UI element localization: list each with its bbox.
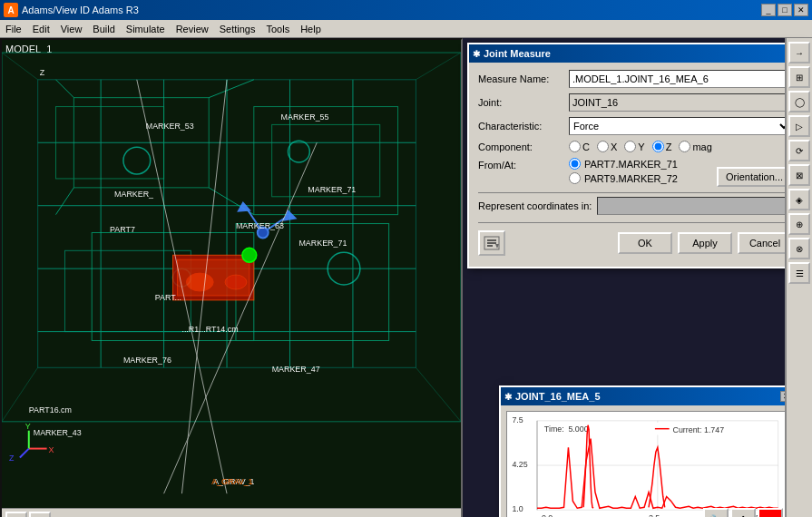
fromat-option-1[interactable]: PART7.MARKER_71 — [569, 158, 717, 170]
right-icon-toolbar: → ⊞ ◯ ▷ ⟳ ⊠ ◈ ⊕ ⊗ ☰ — [785, 38, 812, 517]
svg-text:Z: Z — [9, 454, 15, 463]
menu-help[interactable]: Help — [295, 22, 327, 36]
joint-input[interactable] — [569, 93, 792, 112]
apply-button[interactable]: Apply — [678, 232, 732, 254]
svg-text:Current: 1.747: Current: 1.747 — [673, 425, 725, 434]
characteristic-label: Characteristic: — [478, 121, 569, 132]
menu-view[interactable]: View — [55, 22, 88, 36]
svg-text:MARKER_71: MARKER_71 — [298, 239, 347, 248]
graph-icon: ✱ — [504, 392, 512, 402]
right-panel: ✱ Joint Measure ✕ Measure Name: Joint: — [463, 38, 812, 517]
menu-simulate[interactable]: Simulate — [121, 22, 171, 36]
stop-icon[interactable]: ⏹ — [758, 508, 783, 517]
edit-icon — [483, 235, 501, 251]
component-c[interactable]: C — [569, 141, 590, 152]
joint-measure-content: Measure Name: Joint: Characteristic: For… — [469, 63, 801, 267]
vp-tool-1[interactable]: ▶ — [5, 512, 27, 518]
app-icon: A — [4, 3, 18, 17]
graph-svg: 7.5 4.25 1.0 0.0 2.5 5.0 Time: — [507, 412, 790, 517]
info-icon[interactable]: ℹ — [730, 508, 756, 517]
svg-text:2.5: 2.5 — [649, 513, 660, 517]
fromat-label: From/At: — [478, 158, 569, 171]
green-marker — [242, 248, 257, 262]
graph-title: JOINT_16_MEA_5 — [515, 391, 601, 402]
characteristic-row: Characteristic: Force Torque Velocity Ac… — [478, 117, 792, 135]
measure-name-input[interactable] — [569, 70, 792, 88]
fromat-section: From/At: PART7.MARKER_71 PART9.MARKER_72… — [478, 158, 792, 187]
represent-coordinates-input[interactable] — [597, 197, 792, 215]
right-tool-7[interactable]: ◈ — [788, 189, 810, 210]
svg-text:MARKER_55: MARKER_55 — [281, 112, 329, 122]
svg-text:PART...: PART... — [155, 293, 181, 302]
cancel-button[interactable]: Cancel — [738, 232, 792, 254]
viewport[interactable]: MODEL_1 — [0, 38, 463, 517]
right-tool-9[interactable]: ⊗ — [788, 238, 810, 259]
characteristic-select[interactable]: Force Torque Velocity Acceleration Displ… — [569, 117, 792, 135]
svg-text:Time:: Time: — [544, 424, 564, 434]
svg-text:MARKER_71: MARKER_71 — [308, 185, 356, 194]
right-tool-3[interactable]: ◯ — [788, 91, 810, 112]
menu-review[interactable]: Review — [171, 22, 214, 36]
menu-build[interactable]: Build — [87, 22, 120, 36]
ok-button[interactable]: OK — [618, 232, 672, 254]
dialog-edit-icon-button[interactable] — [478, 230, 505, 256]
svg-text:...R1...RT14.cm: ...R1...RT14.cm — [181, 325, 238, 334]
joint-row: Joint: — [478, 93, 792, 112]
menu-file[interactable]: File — [0, 22, 27, 36]
close-button[interactable]: ✕ — [794, 4, 808, 16]
right-tool-1[interactable]: → — [788, 42, 810, 63]
joint-label: Joint: — [478, 97, 569, 108]
dialog-separator-1 — [478, 192, 792, 193]
graph-area: 7.5 4.25 1.0 0.0 2.5 5.0 Time: — [506, 411, 791, 517]
menu-tools[interactable]: Tools — [260, 22, 295, 36]
right-tool-5[interactable]: ⟳ — [788, 140, 810, 161]
svg-text:MARKER_43: MARKER_43 — [34, 428, 82, 437]
tools-icon[interactable]: 🔧 — [703, 508, 729, 517]
svg-text:1.0: 1.0 — [512, 504, 523, 513]
component-mag[interactable]: mag — [679, 141, 711, 152]
menu-bar: File Edit View Build Simulate Review Set… — [0, 20, 812, 38]
measure-name-row: Measure Name: — [478, 70, 792, 88]
joint-measure-dialog: ✱ Joint Measure ✕ Measure Name: Joint: — [467, 43, 803, 268]
right-tool-8[interactable]: ⊕ — [788, 213, 810, 235]
component-x[interactable]: X — [597, 141, 617, 152]
window-title: Adams/View ID Adams R3 — [22, 5, 139, 15]
maximize-button[interactable]: □ — [778, 4, 792, 16]
svg-text:7.5: 7.5 — [512, 415, 523, 424]
graph-dialog: ✱ JOINT_16_MEA_5 ✕ 7.5 4.25 1.0 0.0 2.5 … — [499, 385, 798, 517]
joint-measure-title: Joint Measure — [484, 48, 551, 59]
menu-settings[interactable]: Settings — [214, 22, 261, 36]
dialog-separator-2 — [478, 222, 792, 223]
fromat-option-2[interactable]: PART9.MARKER_72 — [569, 172, 717, 184]
right-tool-2[interactable]: ⊞ — [788, 66, 810, 88]
joint-measure-title-bar[interactable]: ✱ Joint Measure ✕ — [469, 44, 801, 63]
svg-text:PART16.cm: PART16.cm — [29, 405, 72, 415]
svg-text:4.25: 4.25 — [512, 460, 527, 469]
minimize-button[interactable]: _ — [761, 4, 776, 16]
main-area: MODEL_1 — [0, 38, 812, 517]
component-y[interactable]: Y — [624, 141, 644, 152]
component-z[interactable]: Z — [652, 141, 672, 152]
right-tool-4[interactable]: ▷ — [788, 115, 810, 137]
window-controls[interactable]: _ □ ✕ — [761, 4, 808, 16]
component-row: Component: C X Y — [478, 141, 792, 152]
svg-point-37 — [225, 275, 247, 289]
svg-text:Y: Y — [25, 422, 31, 431]
characteristic-dropdown-container: Force Torque Velocity Acceleration Displ… — [569, 117, 792, 135]
svg-text:X: X — [49, 445, 54, 454]
component-radio-group: C X Y Z — [569, 141, 712, 152]
title-bar: A Adams/View ID Adams R3 _ □ ✕ — [0, 0, 812, 20]
measure-name-label: Measure Name: — [478, 73, 569, 84]
dialog-title-icon: ✱ — [473, 49, 480, 59]
menu-edit[interactable]: Edit — [27, 22, 55, 36]
svg-marker-72 — [495, 244, 499, 249]
vp-tool-2[interactable]: △ — [29, 512, 51, 518]
svg-text:0.0: 0.0 — [542, 513, 553, 517]
graph-title-bar[interactable]: ✱ JOINT_16_MEA_5 ✕ — [501, 387, 797, 405]
bottom-right-icons: 🔧 ℹ ⏹ — [701, 506, 785, 517]
orientation-button[interactable]: Orientation... — [717, 167, 792, 187]
svg-text:MARKER_53: MARKER_53 — [146, 122, 194, 131]
right-tool-6[interactable]: ⊠ — [788, 164, 810, 186]
svg-text:5.000: 5.000 — [568, 424, 588, 434]
right-tool-10[interactable]: ☰ — [788, 262, 810, 284]
